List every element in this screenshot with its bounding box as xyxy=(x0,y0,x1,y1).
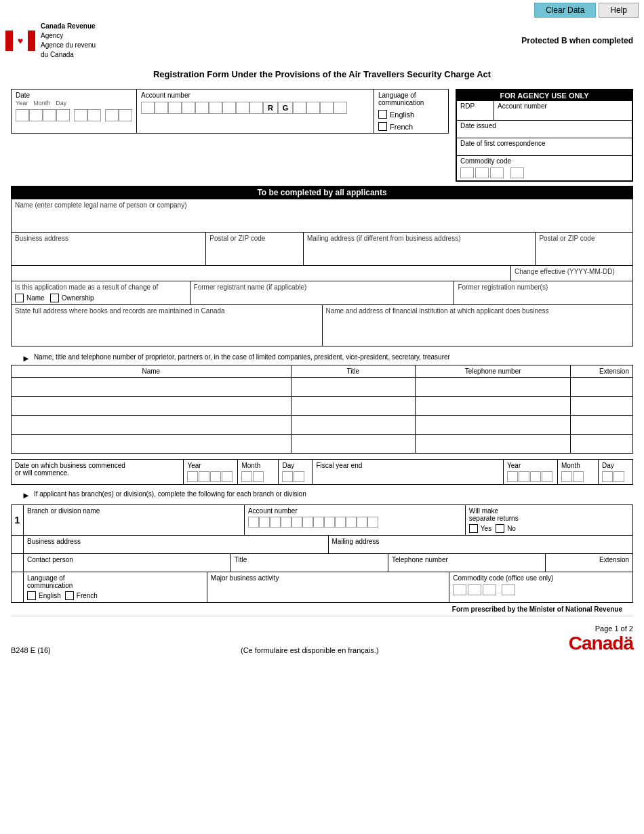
help-button[interactable]: Help xyxy=(599,3,639,18)
commodity-code-branch-cell[interactable]: Commodity code (office use only) xyxy=(449,572,632,602)
branch-mail-addr-cell[interactable]: Mailing address xyxy=(329,536,633,553)
b-acct-9[interactable] xyxy=(335,517,346,528)
comm-day-1[interactable] xyxy=(282,471,293,482)
acct-c8[interactable] xyxy=(236,102,249,114)
ext-field-1[interactable] xyxy=(571,378,633,397)
no-option[interactable]: No xyxy=(496,524,516,533)
comm-year-1[interactable] xyxy=(187,471,198,482)
french-checkbox[interactable] xyxy=(378,122,387,131)
name-field-3[interactable] xyxy=(12,416,291,435)
b-acct-4[interactable] xyxy=(281,517,291,528)
comm-c1[interactable] xyxy=(460,167,474,178)
ownership-checkbox[interactable] xyxy=(50,294,59,302)
change-effective-cell[interactable]: Change effective (YYYY-MM-DD) xyxy=(510,266,632,281)
branch-biz-addr-cell[interactable]: Business address xyxy=(24,536,329,553)
acct-c4[interactable] xyxy=(182,102,195,114)
b-comm-3[interactable] xyxy=(483,584,496,595)
english-option[interactable]: English xyxy=(378,110,444,119)
b-acct-2[interactable] xyxy=(259,517,270,528)
comm-c4[interactable] xyxy=(510,167,524,178)
title-field-1[interactable] xyxy=(291,378,415,397)
french-option[interactable]: French xyxy=(378,122,444,131)
branch-ext-cell[interactable]: Extension xyxy=(546,554,632,572)
acct-c10[interactable] xyxy=(293,102,306,114)
acct-c9[interactable] xyxy=(249,102,263,114)
fiscal-day-1[interactable] xyxy=(602,471,613,482)
english-checkbox[interactable] xyxy=(378,110,387,119)
b-comm-4[interactable] xyxy=(502,584,515,595)
table-row[interactable] xyxy=(12,397,633,416)
former-registrant-cell[interactable]: Former registrant name (if applicable) xyxy=(190,281,455,304)
acct-c2[interactable] xyxy=(155,102,168,114)
branch-french-option[interactable]: French xyxy=(65,591,98,600)
fiscal-year-4[interactable] xyxy=(542,471,552,482)
name-checkbox[interactable] xyxy=(15,294,24,302)
name-check-option[interactable]: Name xyxy=(15,294,45,302)
b-comm-2[interactable] xyxy=(468,584,481,595)
former-reg-num-cell[interactable]: Former registration number(s) xyxy=(454,281,632,304)
b-acct-1[interactable] xyxy=(248,517,259,528)
fiscal-month-2[interactable] xyxy=(573,471,584,482)
no-checkbox[interactable] xyxy=(496,524,504,533)
acct-c11[interactable] xyxy=(306,102,320,114)
name-field-4[interactable] xyxy=(12,435,291,454)
table-row[interactable] xyxy=(12,435,633,454)
phone-field-4[interactable] xyxy=(416,435,571,454)
title-field-2[interactable] xyxy=(291,397,415,416)
title-field-3[interactable] xyxy=(291,416,415,435)
acct-c1[interactable] xyxy=(141,102,155,114)
b-comm-1[interactable] xyxy=(453,584,466,595)
table-row[interactable] xyxy=(12,378,633,397)
name-cell[interactable]: Name (enter complete legal name of perso… xyxy=(12,199,632,232)
name-field-2[interactable] xyxy=(12,397,291,416)
b-acct-12[interactable] xyxy=(367,517,378,528)
b-acct-11[interactable] xyxy=(357,517,367,528)
postal-code-2-cell[interactable]: Postal or ZIP code xyxy=(536,233,632,265)
date-year-3[interactable] xyxy=(43,109,56,121)
table-row[interactable] xyxy=(12,416,633,435)
date-month-2[interactable] xyxy=(87,109,101,121)
major-business-cell[interactable]: Major business activity xyxy=(207,572,449,602)
fiscal-year-2[interactable] xyxy=(519,471,529,482)
b-acct-3[interactable] xyxy=(270,517,281,528)
mailing-address-cell[interactable]: Mailing address (if different from busin… xyxy=(304,233,536,265)
comm-year-2[interactable] xyxy=(199,471,209,482)
comm-year-4[interactable] xyxy=(222,471,233,482)
b-acct-8[interactable] xyxy=(324,517,335,528)
acct-c5[interactable] xyxy=(195,102,209,114)
comm-month-1[interactable] xyxy=(241,471,252,482)
comm-c3[interactable] xyxy=(490,167,504,178)
title-field-4[interactable] xyxy=(291,435,415,454)
branch-phone-cell[interactable]: Telephone number xyxy=(388,554,546,572)
yes-checkbox[interactable] xyxy=(469,524,478,533)
clear-data-button[interactable]: Clear Data xyxy=(534,3,596,18)
branch-french-checkbox[interactable] xyxy=(65,591,74,600)
financial-inst-cell[interactable]: Name and address of financial institutio… xyxy=(323,305,633,346)
ext-field-4[interactable] xyxy=(571,435,633,454)
date-month-1[interactable] xyxy=(74,109,87,121)
ext-field-2[interactable] xyxy=(571,397,633,416)
date-year-4[interactable] xyxy=(56,109,70,121)
date-year-1[interactable] xyxy=(16,109,29,121)
b-acct-10[interactable] xyxy=(346,517,357,528)
date-day-2[interactable] xyxy=(119,109,132,121)
date-year-2[interactable] xyxy=(29,109,43,121)
acct-c6[interactable] xyxy=(209,102,222,114)
b-acct-6[interactable] xyxy=(302,517,313,528)
books-address-cell[interactable]: State full address where books and recor… xyxy=(12,305,323,346)
phone-field-3[interactable] xyxy=(416,416,571,435)
ext-field-3[interactable] xyxy=(571,416,633,435)
comm-day-2[interactable] xyxy=(294,471,304,482)
comm-month-2[interactable] xyxy=(253,471,264,482)
acct-c3[interactable] xyxy=(168,102,182,114)
phone-field-2[interactable] xyxy=(416,397,571,416)
acct-c7[interactable] xyxy=(222,102,236,114)
name-field-1[interactable] xyxy=(12,378,291,397)
branch-english-checkbox[interactable] xyxy=(27,591,36,600)
postal-code-cell[interactable]: Postal or ZIP code xyxy=(206,233,304,265)
b-acct-5[interactable] xyxy=(291,517,302,528)
fiscal-month-1[interactable] xyxy=(561,471,572,482)
branch-title-cell[interactable]: Title xyxy=(231,554,388,572)
phone-field-1[interactable] xyxy=(416,378,571,397)
branch-name-cell[interactable]: Branch or division name xyxy=(24,505,245,535)
